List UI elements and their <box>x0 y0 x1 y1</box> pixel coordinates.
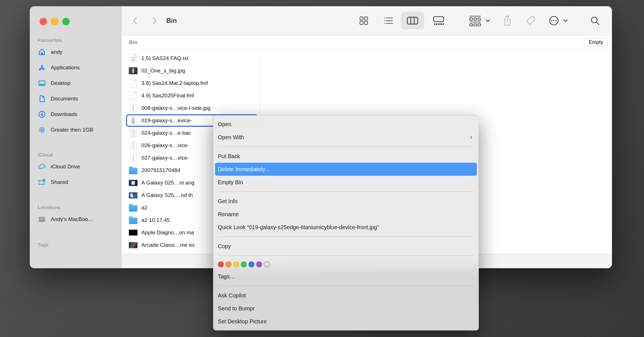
file-row[interactable]: 4.9) Sas2025Final.fmf <box>126 89 258 102</box>
menu-item-copy[interactable]: Copy <box>215 240 477 253</box>
close-button[interactable] <box>40 18 47 25</box>
file-name: 4.9) Sas2025Final.fmf <box>141 93 194 99</box>
menu-item-open-with[interactable]: Open With › <box>215 131 477 144</box>
menu-separator <box>218 256 474 256</box>
sidebar: Favourites andy Applications Desktop <box>30 6 122 268</box>
menu-item-get-info[interactable]: Get Info <box>215 195 477 208</box>
menu-item-put-back[interactable]: Put Back <box>215 150 477 163</box>
image-thumbnail-icon <box>129 141 137 150</box>
file-name: 026-galaxy-s…vice- <box>141 142 189 149</box>
file-name: A Galaxy S25…nt ang <box>141 180 194 186</box>
image-thumbnail-icon <box>129 104 137 113</box>
tag-red[interactable] <box>218 261 224 267</box>
tag-purple[interactable] <box>256 261 262 267</box>
menu-item-delete-immediately[interactable]: Delete Immediately… <box>215 163 477 176</box>
sidebar-section-icloud: iCloud <box>33 152 118 158</box>
menu-item-send-to-bumpr[interactable]: Send to Bumpr <box>215 302 477 315</box>
file-name: 027-galaxy-s…vice- <box>141 155 189 161</box>
search-icon[interactable] <box>590 15 600 26</box>
sidebar-item-applications[interactable]: Applications <box>33 61 118 74</box>
share-icon[interactable] <box>502 15 513 27</box>
folder-icon <box>129 203 137 212</box>
list-view-icon[interactable] <box>383 16 394 25</box>
column-view-icon[interactable] <box>401 12 424 29</box>
forward-button[interactable] <box>151 16 158 25</box>
menu-separator <box>218 286 474 286</box>
file-row[interactable]: 3.8) Sas24.Mar.2-laptop.fmf <box>126 77 258 89</box>
file-name: 02_One_s_big.jpg <box>141 68 185 74</box>
sidebar-item-macbook[interactable]: Andy’s MacBoo… <box>33 212 118 226</box>
cloud-icon <box>38 162 46 171</box>
tags-icon[interactable] <box>525 15 536 26</box>
file-name: 1.5) SAS24 FAQ.txt <box>141 55 188 61</box>
more-actions-chevron-icon[interactable] <box>562 18 569 23</box>
sidebar-item-greater-then-1gb[interactable]: Greater then 1GB <box>33 123 118 137</box>
folder-icon <box>129 216 137 225</box>
file-row[interactable]: 1.5) SAS24 FAQ.txt <box>126 52 258 65</box>
menu-separator <box>218 237 474 237</box>
menu-item-ask-copilot[interactable]: Ask Copilot <box>215 289 477 302</box>
sidebar-locations-items: Andy’s MacBoo… <box>33 212 118 226</box>
sidebar-item-label: Andy’s MacBoo… <box>51 216 93 222</box>
sidebar-item-label: Shared <box>51 179 68 185</box>
menu-item-rename[interactable]: Rename <box>215 208 477 221</box>
menu-item-set-desktop-picture[interactable]: Set Desktop Picture <box>215 315 477 328</box>
sidebar-item-label: iCloud Drive <box>51 164 80 170</box>
download-circle-icon <box>38 110 46 119</box>
icon-view-icon[interactable] <box>359 16 369 25</box>
folder-icon <box>129 166 137 175</box>
tag-blue[interactable] <box>248 261 254 267</box>
group-by-chevron-icon[interactable] <box>485 18 491 23</box>
file-row[interactable]: 02_One_s_big.jpg <box>126 65 258 77</box>
sidebar-item-downloads[interactable]: Downloads <box>33 108 118 121</box>
tag-yellow[interactable] <box>233 261 239 267</box>
file-name: 008-galaxy-s…vice-l-side.jpg <box>141 105 211 111</box>
menu-item-empty-bin[interactable]: Empty Bin <box>215 176 477 189</box>
toolbar: Bin <box>122 6 612 35</box>
context-menu: Open Open With › Put Back Delete Immedia… <box>213 115 479 330</box>
sidebar-item-andy[interactable]: andy <box>33 45 118 59</box>
image-thumbnail-icon <box>129 178 137 187</box>
more-actions-icon[interactable] <box>548 15 560 26</box>
tag-green[interactable] <box>241 261 247 267</box>
back-button[interactable] <box>132 16 139 25</box>
minimize-button[interactable] <box>51 18 58 25</box>
file-name: 019-galaxy-s…evice- <box>141 117 192 124</box>
sidebar-item-icloud-drive[interactable]: iCloud Drive <box>33 160 118 173</box>
file-name: Arcade Classi…me ex <box>141 242 195 248</box>
menu-separator <box>218 192 474 192</box>
app-store-icon <box>38 63 46 72</box>
image-thumbnail-icon <box>129 153 137 162</box>
tag-orange[interactable] <box>226 261 231 267</box>
sidebar-item-label: Documents <box>51 96 78 102</box>
file-name: 2007915170484 <box>141 167 180 173</box>
pathbar-location: Bin <box>129 39 584 46</box>
blank-file-icon <box>129 91 137 100</box>
image-thumbnail-icon <box>129 228 137 237</box>
sidebar-item-label: Desktop <box>51 80 71 86</box>
tag-none[interactable] <box>264 261 270 267</box>
zoom-button[interactable] <box>62 18 70 25</box>
file-row[interactable]: 008-galaxy-s…vice-l-side.jpg <box>126 102 258 114</box>
image-thumbnail-icon <box>129 241 137 250</box>
home-icon <box>38 48 46 56</box>
empty-bin-button[interactable]: Empty <box>584 38 608 47</box>
image-thumbnail-icon <box>129 191 137 200</box>
menu-separator <box>218 147 474 147</box>
menu-item-tags[interactable]: Tags… <box>215 270 477 283</box>
sidebar-item-shared[interactable]: Shared <box>33 175 118 189</box>
menu-item-open[interactable]: Open <box>215 118 477 131</box>
sidebar-favourites-items: andy Applications Desktop Documents <box>33 45 118 137</box>
document-icon <box>38 95 46 103</box>
gallery-view-icon[interactable] <box>432 16 445 26</box>
group-by-icon[interactable] <box>469 15 481 26</box>
sidebar-item-label: Greater then 1GB <box>51 127 93 133</box>
laptop-icon <box>38 215 46 224</box>
sidebar-section-tags: Tags <box>33 242 118 248</box>
window-title: Bin <box>166 17 177 25</box>
sidebar-item-documents[interactable]: Documents <box>33 92 118 106</box>
sidebar-section-locations: Locations <box>33 205 118 211</box>
sidebar-item-desktop[interactable]: Desktop <box>33 76 118 90</box>
menu-item-quick-look[interactable]: Quick Look “019-galaxy-s25edge-titaniumi… <box>215 221 477 234</box>
sidebar-item-label: Downloads <box>51 111 77 117</box>
